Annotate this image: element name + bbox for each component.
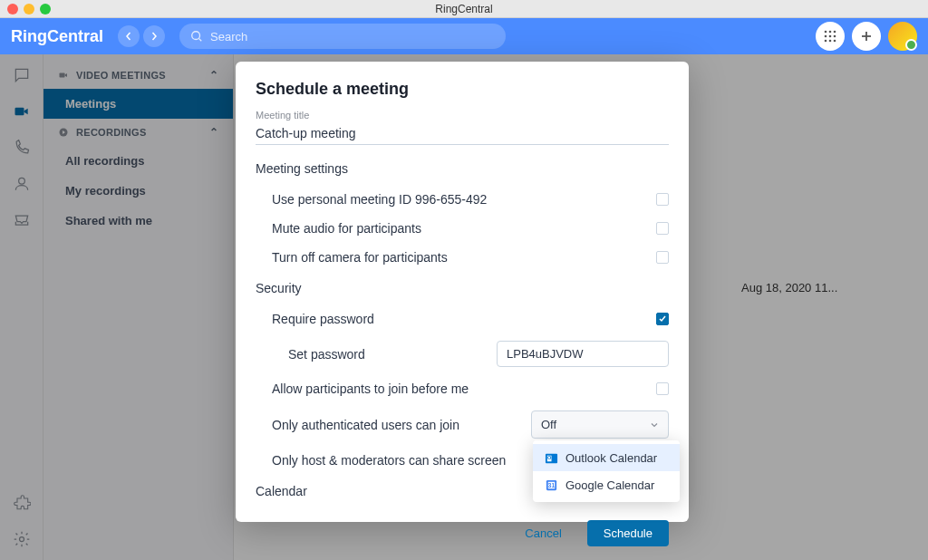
setting-label: Mute audio for participants [272,221,421,236]
iconbar-inbox[interactable] [12,210,32,230]
traffic-lights [7,4,51,14]
iconbar-video[interactable] [12,101,32,121]
setting-label: Require password [272,312,374,326]
sidebar-section-recordings[interactable]: RECORDINGS ⌃ [44,119,233,146]
svg-rect-16 [60,73,65,78]
svg-point-5 [825,35,827,38]
video-icon [13,102,31,121]
iconbar-contacts[interactable] [12,174,32,194]
sidebar-section-video-meetings[interactable]: VIDEO MEETINGS ⌃ [44,62,233,89]
auth-users-select[interactable]: Off [531,410,669,439]
chevron-up-icon: ⌃ [209,126,218,139]
svg-point-10 [834,40,836,43]
svg-text:O: O [546,455,551,460]
chevron-up-icon: ⌃ [209,69,218,82]
meeting-title-input[interactable] [256,122,669,145]
svg-point-0 [192,32,200,40]
select-value: Off [541,418,556,431]
require-password-checkbox[interactable] [656,313,669,325]
setting-label: Only authenticated users can join [272,418,459,432]
cancel-button[interactable]: Cancel [508,520,577,546]
sidebar-item-shared-with-me[interactable]: Shared with me [44,206,233,236]
setting-mute-audio: Mute audio for participants [256,214,669,243]
sidebar-item-my-recordings[interactable]: My recordings [44,176,233,206]
schedule-button[interactable]: Schedule [587,520,669,546]
meeting-settings-label: Meeting settings [256,161,669,176]
nav-arrows [118,25,165,47]
plus-icon [860,30,873,43]
modal-footer: Cancel Schedule [256,511,669,546]
svg-point-8 [825,40,827,43]
close-window-button[interactable] [7,4,18,14]
password-input[interactable] [497,341,669,367]
sidebar-item-all-recordings[interactable]: All recordings [44,146,233,176]
meeting-time-hint: Aug 18, 2020 11... [741,281,837,294]
dropdown-item-outlook[interactable]: O Outlook Calendar [533,444,680,471]
setting-use-pmi: Use personal meeting ID 996-655-492 [256,185,669,214]
meeting-title-label: Meeting title [256,110,669,121]
svg-point-6 [829,35,832,38]
avatar[interactable] [888,22,917,51]
svg-point-7 [834,35,836,38]
phone-icon [13,139,31,157]
dialpad-icon [824,30,836,43]
search-input[interactable]: Search [179,24,506,49]
sidebar-section-label: VIDEO MEETINGS [76,70,166,81]
setting-set-password: Set password [256,333,669,374]
modal-title: Schedule a meeting [256,80,669,99]
chevron-down-icon [650,420,659,430]
svg-point-9 [829,40,832,43]
sidebar-item-meetings[interactable]: Meetings [44,89,233,119]
sidebar-item-label: Meetings [65,97,116,111]
inbox-icon [13,211,31,229]
maximize-window-button[interactable] [40,4,51,14]
minimize-window-button[interactable] [24,4,34,14]
chat-icon [13,66,31,84]
join-before-checkbox[interactable] [656,382,669,395]
use-pmi-checkbox[interactable] [656,193,669,206]
search-icon [190,30,203,43]
nav-forward-button[interactable] [143,25,165,47]
iconbar-chat[interactable] [12,65,32,85]
setting-label: Allow participants to join before me [272,381,469,396]
sidebar-item-label: Shared with me [65,214,152,227]
setting-auth-users: Only authenticated users can join Off [256,403,669,446]
mac-titlebar: RingCentral [0,0,928,18]
calendar-dropdown: O Outlook Calendar 31 Google Calendar [533,440,680,502]
svg-line-1 [199,39,202,42]
iconbar [0,54,44,560]
setting-turn-off-camera: Turn off camera for participants [256,243,669,272]
app-logo: RingCentral [11,27,103,46]
setting-label: Turn off camera for participants [272,250,448,265]
turn-off-camera-checkbox[interactable] [656,251,669,264]
nav-back-button[interactable] [118,25,140,47]
sidebar-item-label: My recordings [65,184,146,198]
sidebar-section-label: RECORDINGS [76,127,147,138]
app-header: RingCentral Search [0,18,928,54]
dropdown-item-label: Outlook Calendar [566,451,657,465]
iconbar-settings[interactable] [12,529,32,549]
new-button[interactable] [852,22,881,51]
mute-audio-checkbox[interactable] [656,222,669,235]
play-circle-icon [58,127,69,138]
security-label: Security [256,281,669,295]
search-placeholder: Search [210,30,247,43]
svg-point-4 [834,31,836,34]
gear-icon [13,530,31,548]
sidebar: VIDEO MEETINGS ⌃ Meetings RECORDINGS ⌃ A… [44,54,234,560]
setting-join-before: Allow participants to join before me [256,374,669,403]
svg-point-3 [829,31,832,34]
person-icon [13,175,31,193]
dialpad-button[interactable] [816,22,845,51]
svg-point-15 [19,537,24,542]
setting-label: Set password [288,347,365,362]
svg-point-14 [18,178,24,184]
outlook-icon: O [544,450,558,465]
iconbar-phone[interactable] [12,138,32,158]
dropdown-item-google[interactable]: 31 Google Calendar [533,471,680,498]
setting-label: Only host & moderators can share screen [272,453,506,468]
iconbar-apps[interactable] [12,493,32,513]
sidebar-item-label: All recordings [65,154,144,168]
video-icon [58,70,69,81]
window-title: RingCentral [435,3,492,15]
